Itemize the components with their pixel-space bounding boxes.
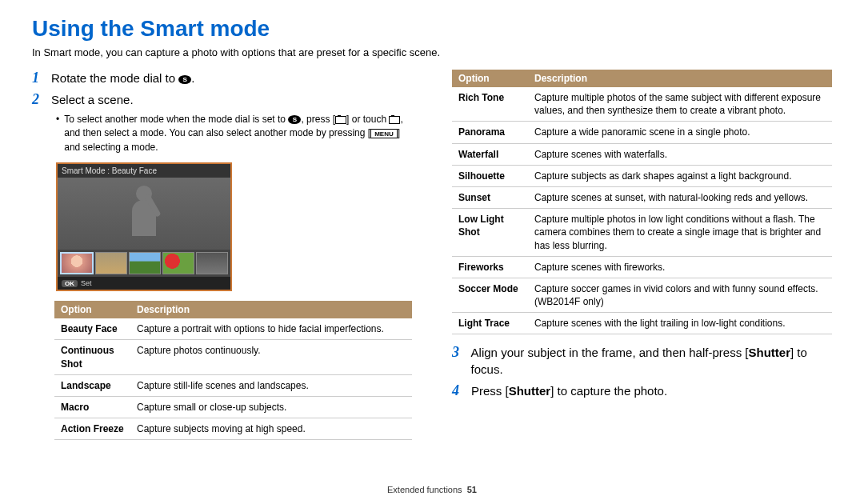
option-name: Low Light Shot: [452, 209, 528, 257]
option-name: Fireworks: [452, 256, 528, 278]
option-name: Rich Tone: [452, 87, 528, 122]
option-name: Sunset: [452, 186, 528, 208]
thumbnail: [162, 252, 194, 274]
step-2: 2 Select a scene.: [32, 91, 412, 108]
option-name: Continuous Shot: [54, 340, 130, 374]
step-4-text: Press [Shutter] to capture the photo.: [471, 382, 667, 399]
option-description: Capture photos continuously.: [130, 340, 412, 374]
col-header-description: Description: [130, 301, 412, 318]
table-row: Rich ToneCapture multiple photos of the …: [452, 87, 832, 122]
col-header-option: Option: [54, 301, 130, 318]
option-description: Capture scenes with waterfalls.: [528, 143, 832, 165]
ok-badge: OK: [62, 280, 78, 287]
option-name: Silhouette: [452, 165, 528, 186]
thumbnail: [129, 252, 161, 274]
thumbnail: [60, 252, 94, 274]
thumbnail: [196, 252, 228, 274]
thumbnail: [95, 252, 127, 274]
option-description: Capture a portrait with options to hide …: [130, 318, 412, 340]
footer-page-number: 51: [467, 485, 477, 494]
table-row: Action FreezeCapture subjects moving at …: [54, 418, 412, 440]
option-description: Capture multiple photos in low light con…: [528, 209, 832, 257]
option-description: Capture multiple photos of the same subj…: [528, 87, 832, 122]
menu-button-icon: MENU: [370, 129, 398, 138]
option-description: Capture scenes with the light trailing i…: [528, 313, 832, 334]
option-description: Capture a wide panoramic scene in a sing…: [528, 122, 832, 143]
option-description: Capture soccer games in vivid colors and…: [528, 278, 832, 312]
table-row: Soccer ModeCapture soccer games in vivid…: [452, 278, 832, 312]
step-1-text: Rotate the mode dial to S.: [51, 70, 194, 86]
page-title: Using the Smart mode: [32, 16, 832, 42]
col-header-description: Description: [528, 70, 832, 87]
step-2-text: Select a scene.: [51, 91, 134, 108]
option-name: Soccer Mode: [452, 278, 528, 312]
step-number: 4: [452, 382, 463, 399]
smart-mode-icon: S: [288, 115, 301, 124]
page-footer: Extended functions 51: [0, 485, 864, 494]
option-name: Action Freeze: [54, 418, 130, 440]
options-table-right: Option Description Rich ToneCapture mult…: [452, 70, 832, 334]
step-2-bullet: • To select another mode when the mode d…: [56, 113, 412, 154]
back-icon: [335, 116, 346, 124]
table-row: Light TraceCapture scenes with the light…: [452, 313, 832, 334]
smart-mode-icon: S: [178, 75, 191, 84]
step-3: 3 Align your subject in the frame, and t…: [452, 344, 832, 378]
option-name: Light Trace: [452, 313, 528, 334]
option-name: Macro: [54, 396, 130, 418]
option-name: Beauty Face: [54, 318, 130, 340]
set-label: Set: [81, 279, 92, 287]
option-description: Capture scenes at sunset, with natural-l…: [528, 186, 832, 208]
step-number: 3: [452, 344, 463, 361]
options-table-left: Option Description Beauty FaceCapture a …: [54, 301, 412, 440]
camera-icon: [389, 116, 400, 124]
option-name: Panorama: [452, 122, 528, 143]
intro-text: In Smart mode, you can capture a photo w…: [32, 46, 832, 58]
table-row: LandscapeCapture still-life scenes and l…: [54, 374, 412, 396]
option-name: Landscape: [54, 374, 130, 396]
table-row: SunsetCapture scenes at sunset, with nat…: [452, 186, 832, 208]
table-row: FireworksCapture scenes with fireworks.: [452, 256, 832, 278]
table-row: WaterfallCapture scenes with waterfalls.: [452, 143, 832, 165]
table-row: MacroCapture small or close-up subjects.: [54, 396, 412, 418]
col-header-option: Option: [452, 70, 528, 87]
option-name: Waterfall: [452, 143, 528, 165]
option-description: Capture scenes with fireworks.: [528, 256, 832, 278]
footer-section: Extended functions: [387, 485, 462, 494]
option-description: Capture still-life scenes and landscapes…: [130, 374, 412, 396]
illus-preview: [58, 178, 230, 250]
illus-title: Smart Mode : Beauty Face: [58, 164, 230, 178]
illus-thumbnails: [58, 250, 230, 277]
table-row: Low Light ShotCapture multiple photos in…: [452, 209, 832, 257]
step-3-text: Align your subject in the frame, and the…: [471, 344, 832, 378]
step-4: 4 Press [Shutter] to capture the photo.: [452, 382, 832, 399]
table-row: Continuous ShotCapture photos continuous…: [54, 340, 412, 374]
step-number: 1: [32, 70, 43, 86]
option-description: Capture subjects as dark shapes against …: [528, 165, 832, 186]
step-number: 2: [32, 91, 43, 108]
table-row: PanoramaCapture a wide panoramic scene i…: [452, 122, 832, 143]
step-1: 1 Rotate the mode dial to S.: [32, 70, 412, 86]
option-description: Capture small or close-up subjects.: [130, 396, 412, 418]
screen-illustration: Smart Mode : Beauty Face OKSet: [56, 162, 232, 291]
table-row: SilhouetteCapture subjects as dark shape…: [452, 165, 832, 186]
illus-footer: OKSet: [58, 277, 230, 290]
table-row: Beauty FaceCapture a portrait with optio…: [54, 318, 412, 340]
option-description: Capture subjects moving at high speed.: [130, 418, 412, 440]
